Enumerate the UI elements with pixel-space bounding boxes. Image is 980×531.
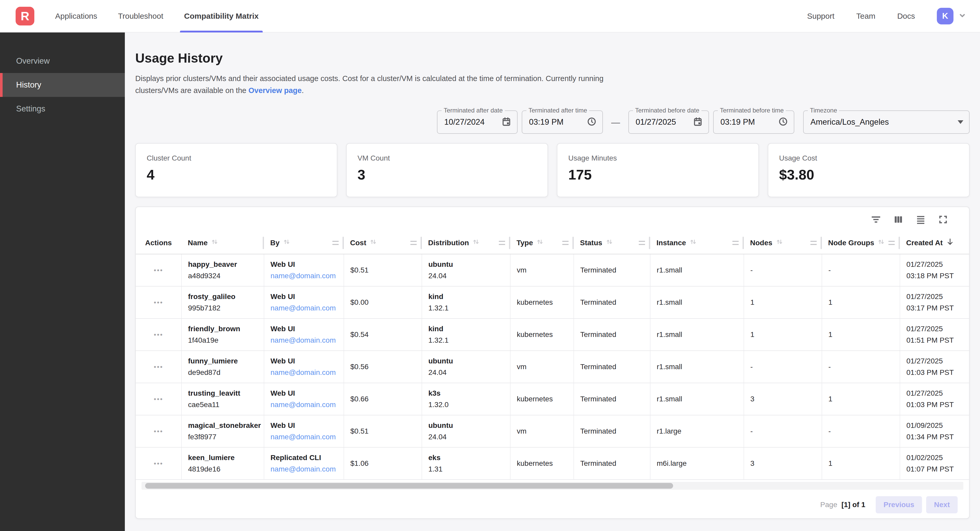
column-header[interactable]: Type (510, 232, 574, 254)
row-actions-cell[interactable]: ••• (136, 351, 181, 383)
distribution-cell: kind1.32.1 (422, 286, 510, 319)
nav-tab-troubleshoot[interactable]: Troubleshoot (118, 0, 163, 32)
column-header[interactable]: Name (181, 232, 264, 254)
column-header[interactable]: Status (574, 232, 650, 254)
terminated-after-date-field[interactable]: Terminated after date 10/27/2024 (437, 110, 517, 134)
column-menu-icon[interactable] (499, 241, 505, 245)
email-link[interactable]: name@domain.com (270, 463, 344, 475)
account-menu[interactable]: K (937, 8, 968, 24)
row-actions-cell[interactable]: ••• (136, 319, 181, 351)
table-footer: Page [1] of 1 Previous Next (136, 491, 969, 518)
column-header[interactable]: Instance (650, 232, 744, 254)
column-header[interactable]: Node Groups (822, 232, 900, 254)
column-menu-icon[interactable] (562, 241, 568, 245)
column-menu-icon[interactable] (410, 241, 417, 245)
nav-link-team[interactable]: Team (856, 12, 875, 21)
column-header[interactable]: Nodes (744, 232, 822, 254)
nav-link-docs[interactable]: Docs (897, 12, 915, 21)
column-header[interactable]: Cost (344, 232, 422, 254)
terminated-after-time-field[interactable]: Terminated after time 03:19 PM (522, 110, 603, 134)
terminated-before-date-field[interactable]: Terminated before date 01/27/2025 (628, 110, 709, 134)
table-row: ••• keen_lumiere4819de16 Replicated CLIn… (136, 447, 969, 480)
column-header[interactable]: By (264, 232, 344, 254)
row-actions-cell[interactable]: ••• (136, 383, 181, 415)
next-page-button[interactable]: Next (926, 496, 958, 514)
horizontal-scrollbar-thumb[interactable] (145, 483, 673, 489)
avatar[interactable]: K (937, 8, 953, 24)
row-actions-button[interactable]: ••• (154, 460, 163, 468)
density-icon[interactable] (915, 214, 926, 225)
field-label: Terminated before date (633, 107, 702, 114)
sidebar-item-settings[interactable]: Settings (0, 97, 125, 121)
row-actions-button[interactable]: ••• (154, 427, 163, 435)
email-link[interactable]: name@domain.com (270, 367, 344, 378)
row-actions-cell[interactable]: ••• (136, 286, 181, 319)
distribution-cell: ubuntu24.04 (422, 351, 510, 383)
stat-label: Cluster Count (147, 154, 326, 162)
nav-tab-compatibility-matrix[interactable]: Compatibility Matrix (184, 0, 259, 32)
row-actions-cell[interactable]: ••• (136, 447, 181, 480)
status-cell: Terminated (574, 447, 650, 480)
sort-icon (471, 238, 480, 248)
sort-icon (689, 238, 698, 248)
horizontal-scrollbar-track[interactable] (142, 482, 963, 490)
calendar-icon[interactable] (688, 117, 703, 128)
overview-page-link[interactable]: Overview page (248, 86, 302, 95)
status-cell: Terminated (574, 254, 650, 286)
columns-icon[interactable] (892, 214, 904, 225)
column-menu-icon[interactable] (810, 241, 817, 245)
created-at-cell: 01/27/202501:51 PM PST (900, 319, 969, 351)
replicated-logo[interactable]: R (16, 7, 34, 25)
column-menu-icon[interactable] (639, 241, 645, 245)
email-link[interactable]: name@domain.com (270, 270, 344, 282)
row-actions-button[interactable]: ••• (154, 266, 163, 274)
email-link[interactable]: name@domain.com (270, 431, 344, 443)
nodes-cell: 3 (744, 383, 822, 415)
row-actions-button[interactable]: ••• (154, 331, 163, 339)
field-value: 01/27/2025 (636, 117, 676, 127)
sort-icon (775, 238, 784, 248)
terminated-before-time-field[interactable]: Terminated before time 03:19 PM (713, 110, 794, 134)
row-actions-button[interactable]: ••• (154, 363, 163, 371)
column-header[interactable]: Distribution (422, 232, 510, 254)
by-cell: Web UIname@domain.com (264, 383, 344, 415)
nodes-cell: - (744, 415, 822, 447)
created-at-cell: 01/02/202501:07 PM PST (900, 447, 969, 480)
nodes-cell: - (744, 254, 822, 286)
column-menu-icon[interactable] (332, 241, 339, 245)
distribution-cell: ubuntu24.04 (422, 415, 510, 447)
name-cell: keen_lumiere4819de16 (181, 447, 264, 480)
sidebar-item-history[interactable]: History (0, 73, 125, 97)
email-link[interactable]: name@domain.com (270, 303, 344, 314)
cost-cell: $0.54 (344, 319, 422, 351)
row-actions-button[interactable]: ••• (154, 395, 163, 403)
nav-link-support[interactable]: Support (807, 12, 834, 21)
timezone-select[interactable]: Timezone America/Los_Angeles (803, 110, 970, 134)
type-cell: kubernetes (510, 319, 574, 351)
created-at-cell: 01/27/202503:17 PM PST (900, 286, 969, 319)
fullscreen-icon[interactable] (937, 214, 949, 225)
stat-value: 4 (147, 166, 326, 182)
email-link[interactable]: name@domain.com (270, 399, 344, 411)
column-menu-icon[interactable] (888, 241, 895, 245)
nodes-cell: 1 (744, 319, 822, 351)
by-cell: Replicated CLIname@domain.com (264, 447, 344, 480)
clock-icon[interactable] (582, 117, 597, 128)
by-cell: Web UIname@domain.com (264, 351, 344, 383)
previous-page-button[interactable]: Previous (876, 496, 922, 514)
nodes-cell: 3 (744, 447, 822, 480)
column-menu-icon[interactable] (732, 241, 739, 245)
filter-icon[interactable] (870, 214, 882, 225)
row-actions-cell[interactable]: ••• (136, 254, 181, 286)
email-link[interactable]: name@domain.com (270, 334, 344, 346)
sidebar-item-overview[interactable]: Overview (0, 49, 125, 73)
row-actions-cell[interactable]: ••• (136, 415, 181, 447)
field-label: Terminated after time (527, 107, 589, 114)
nav-tabs: Applications Troubleshoot Compatibility … (55, 0, 259, 32)
column-header[interactable]: Created At (900, 232, 969, 254)
column-header-label: Type (517, 239, 533, 247)
nav-tab-applications[interactable]: Applications (55, 0, 97, 32)
calendar-icon[interactable] (497, 117, 511, 128)
clock-icon[interactable] (773, 117, 788, 128)
row-actions-button[interactable]: ••• (154, 298, 163, 306)
